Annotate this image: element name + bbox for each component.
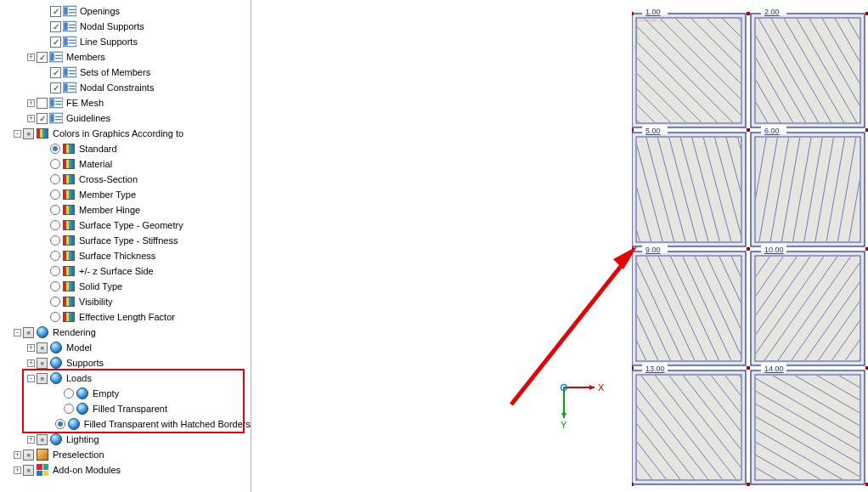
tree-item-members[interactable]: +Members bbox=[0, 49, 251, 65]
checkbox[interactable] bbox=[37, 52, 48, 63]
expander[interactable]: - bbox=[27, 375, 35, 382]
tree-item-label: FE Mesh bbox=[65, 98, 104, 108]
expander[interactable]: - bbox=[14, 329, 21, 336]
tree-item-material[interactable]: Material bbox=[0, 156, 251, 172]
checkbox[interactable] bbox=[37, 358, 48, 369]
radio[interactable] bbox=[50, 144, 60, 154]
tree-item-member-type[interactable]: Member Type bbox=[0, 187, 251, 202]
radio[interactable] bbox=[50, 189, 60, 200]
expander[interactable]: + bbox=[14, 467, 21, 474]
tree-item-label: Member Type bbox=[78, 189, 136, 200]
radio[interactable] bbox=[55, 419, 65, 429]
tree-item-loads[interactable]: -Loads bbox=[0, 370, 251, 386]
tree-item-nodal-supports[interactable]: Nodal Supports bbox=[0, 19, 251, 34]
tree-item-surface-type-geometry[interactable]: Surface Type - Geometry bbox=[0, 218, 251, 233]
checkbox[interactable] bbox=[37, 373, 48, 384]
checkbox[interactable] bbox=[50, 82, 61, 93]
tree-item-sets-of-members[interactable]: Sets of Members bbox=[0, 65, 251, 80]
node-point bbox=[632, 247, 634, 251]
checkbox[interactable] bbox=[23, 327, 34, 338]
tree-item-label: Effective Length Factor bbox=[78, 312, 175, 322]
expander[interactable]: + bbox=[14, 451, 21, 459]
node-point bbox=[632, 128, 634, 132]
expander[interactable]: + bbox=[27, 436, 35, 444]
expander[interactable]: + bbox=[27, 359, 35, 367]
tree-item-supports[interactable]: +Supports bbox=[0, 355, 251, 370]
tree-item-label: Surface Type - Geometry bbox=[78, 220, 183, 230]
tree-item-surface-thickness[interactable]: Surface Thickness bbox=[0, 248, 251, 263]
tree-item-model[interactable]: +Model bbox=[0, 340, 251, 355]
tree-item-effective-length-factor[interactable]: Effective Length Factor bbox=[0, 309, 251, 325]
tree-item-openings[interactable]: Openings bbox=[0, 3, 251, 19]
tree-item-standard[interactable]: Standard bbox=[0, 141, 251, 156]
node-point bbox=[632, 483, 634, 486]
tree-item-filled-transparent-with-hatched-borders[interactable]: Filled Transparent with Hatched Borders bbox=[0, 416, 251, 432]
checkbox[interactable] bbox=[23, 465, 34, 476]
tree-item-label: Visibility bbox=[78, 297, 113, 307]
render-sphere-icon bbox=[76, 403, 89, 415]
expander[interactable]: + bbox=[27, 344, 35, 352]
svg-rect-6 bbox=[69, 25, 76, 25]
svg-line-181 bbox=[865, 5, 868, 282]
render-sphere-icon bbox=[76, 387, 89, 399]
radio[interactable] bbox=[50, 159, 60, 169]
tree-item-filled-transparent[interactable]: Filled Transparent bbox=[0, 401, 251, 416]
checkbox[interactable] bbox=[37, 434, 48, 445]
radio[interactable] bbox=[50, 205, 60, 215]
checkbox[interactable] bbox=[50, 6, 61, 17]
expander[interactable]: + bbox=[27, 99, 35, 107]
tree-item-colors-in-graphics-according-to[interactable]: -Colors in Graphics According to bbox=[0, 126, 251, 141]
svg-rect-13 bbox=[50, 53, 54, 60]
tree-item-label: Loads bbox=[65, 373, 92, 383]
tree-item-visibility[interactable]: Visibility bbox=[0, 294, 251, 309]
radio[interactable] bbox=[50, 297, 60, 307]
tree-item-add-on-modules[interactable]: +Add-on Modules bbox=[0, 462, 251, 478]
radio[interactable] bbox=[50, 281, 60, 291]
properties-icon bbox=[49, 97, 63, 109]
tree-panel[interactable]: OpeningsNodal SupportsLine Supports+Memb… bbox=[0, 0, 251, 492]
expander[interactable]: + bbox=[27, 115, 35, 122]
radio[interactable] bbox=[50, 251, 60, 261]
tree-item-guidelines[interactable]: +Guidelines bbox=[0, 110, 251, 126]
radio[interactable] bbox=[64, 404, 74, 414]
checkbox[interactable] bbox=[23, 450, 34, 461]
tree-item-solid-type[interactable]: Solid Type bbox=[0, 279, 251, 294]
node-point bbox=[632, 366, 634, 370]
radio[interactable] bbox=[64, 388, 74, 399]
tree-item-cross-section[interactable]: Cross-Section bbox=[0, 172, 251, 187]
tree-item-nodal-constraints[interactable]: Nodal Constraints bbox=[0, 80, 251, 95]
checkbox[interactable] bbox=[37, 113, 48, 124]
tree-item-preselection[interactable]: +Preselection bbox=[0, 447, 251, 462]
checkbox[interactable] bbox=[23, 128, 34, 139]
tree-item-empty[interactable]: Empty bbox=[0, 386, 251, 401]
radio[interactable] bbox=[50, 266, 60, 276]
tree-item-label: Nodal Constraints bbox=[79, 82, 154, 93]
surface-label: 14.00 bbox=[764, 365, 784, 373]
checkbox[interactable] bbox=[50, 21, 61, 32]
radio[interactable] bbox=[50, 312, 60, 322]
tree-item--z-surface-side[interactable]: +/- z Surface Side bbox=[0, 263, 251, 279]
tree-item-member-hinge[interactable]: Member Hinge bbox=[0, 202, 251, 218]
model-viewport[interactable]: X Y 1.002.003.004.005.006.007.008.009.00… bbox=[251, 0, 868, 492]
radio[interactable] bbox=[50, 220, 60, 230]
tree-item-lighting[interactable]: +Lighting bbox=[0, 432, 251, 447]
tree-item-fe-mesh[interactable]: +FE Mesh bbox=[0, 95, 251, 110]
tree-item-rendering[interactable]: -Rendering bbox=[0, 325, 251, 340]
radio[interactable] bbox=[50, 235, 60, 246]
node-point bbox=[632, 12, 634, 15]
colors-icon bbox=[62, 235, 76, 246]
checkbox[interactable] bbox=[50, 37, 61, 48]
radio[interactable] bbox=[50, 174, 60, 184]
tree-item-label: Guidelines bbox=[65, 113, 110, 123]
expander[interactable]: - bbox=[14, 130, 21, 138]
svg-rect-483 bbox=[632, 370, 746, 484]
tree-item-line-supports[interactable]: Line Supports bbox=[0, 34, 251, 49]
expander[interactable]: + bbox=[27, 54, 35, 61]
svg-rect-26 bbox=[55, 101, 62, 102]
tree-item-surface-type-stiffness[interactable]: Surface Type - Stiffness bbox=[0, 233, 251, 248]
checkbox[interactable] bbox=[37, 98, 48, 109]
colors-icon bbox=[62, 219, 76, 231]
colors-icon bbox=[62, 250, 76, 262]
checkbox[interactable] bbox=[50, 67, 61, 78]
checkbox[interactable] bbox=[37, 342, 48, 353]
